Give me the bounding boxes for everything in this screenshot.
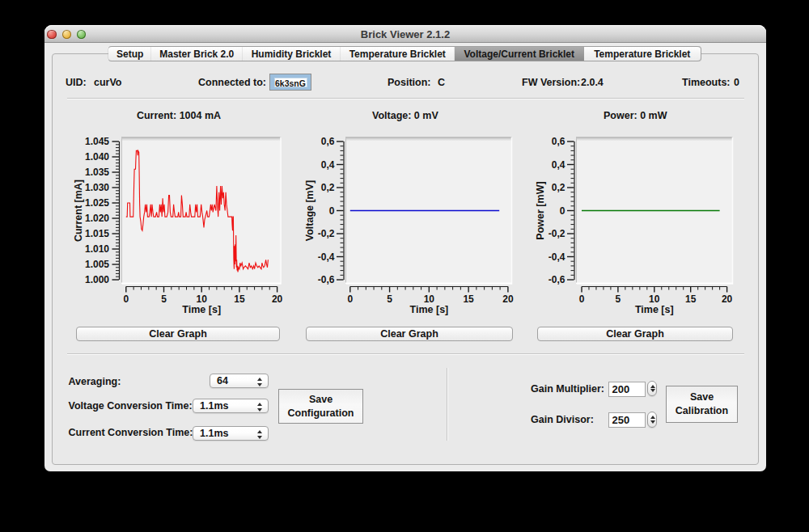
svg-text:-0,2: -0,2 [549,228,565,239]
svg-text:1.045: 1.045 [85,136,109,147]
svg-text:Time [s]: Time [s] [635,304,674,315]
svg-text:Time [s]: Time [s] [182,304,221,315]
svg-text:15: 15 [234,293,245,305]
svg-text:Time [s]: Time [s] [410,304,449,315]
svg-text:0,2: 0,2 [552,182,565,193]
svg-text:-0,6: -0,6 [318,274,335,285]
svg-text:1.035: 1.035 [85,167,109,178]
svg-text:0: 0 [347,293,353,305]
svg-text:20: 20 [722,293,733,305]
svg-text:10: 10 [649,293,660,305]
svg-text:10: 10 [197,293,208,305]
svg-text:1.030: 1.030 [85,182,109,193]
svg-text:0: 0 [560,205,565,217]
svg-text:0: 0 [329,205,335,217]
svg-text:Power [mW]: Power [mW] [535,181,546,239]
svg-text:0: 0 [123,293,129,305]
svg-text:-0,6: -0,6 [549,274,565,285]
svg-text:-0,4: -0,4 [549,251,565,263]
svg-text:Voltage [mV]: Voltage [mV] [304,180,316,241]
svg-text:0,4: 0,4 [321,159,335,171]
svg-text:1.015: 1.015 [85,228,109,239]
svg-text:5: 5 [161,293,167,305]
svg-text:1.020: 1.020 [85,213,109,224]
svg-text:0,6: 0,6 [552,136,565,147]
svg-text:0: 0 [579,293,585,305]
svg-text:10: 10 [424,293,435,305]
svg-text:20: 20 [272,293,283,305]
svg-text:-0,4: -0,4 [318,251,335,263]
svg-text:0,6: 0,6 [321,136,335,147]
svg-text:1.005: 1.005 [85,259,109,270]
svg-text:15: 15 [685,293,697,305]
svg-text:Current [mA]: Current [mA] [73,179,84,242]
svg-text:-0,2: -0,2 [318,228,335,239]
svg-text:15: 15 [463,293,474,305]
svg-text:0,2: 0,2 [321,182,335,193]
svg-text:1.010: 1.010 [85,243,109,255]
svg-text:1.025: 1.025 [85,197,109,209]
svg-text:20: 20 [502,293,514,305]
svg-text:1.040: 1.040 [85,151,109,163]
svg-text:5: 5 [387,293,392,305]
svg-text:5: 5 [616,293,621,305]
svg-text:0,4: 0,4 [552,159,565,171]
svg-text:1.000: 1.000 [85,274,109,285]
